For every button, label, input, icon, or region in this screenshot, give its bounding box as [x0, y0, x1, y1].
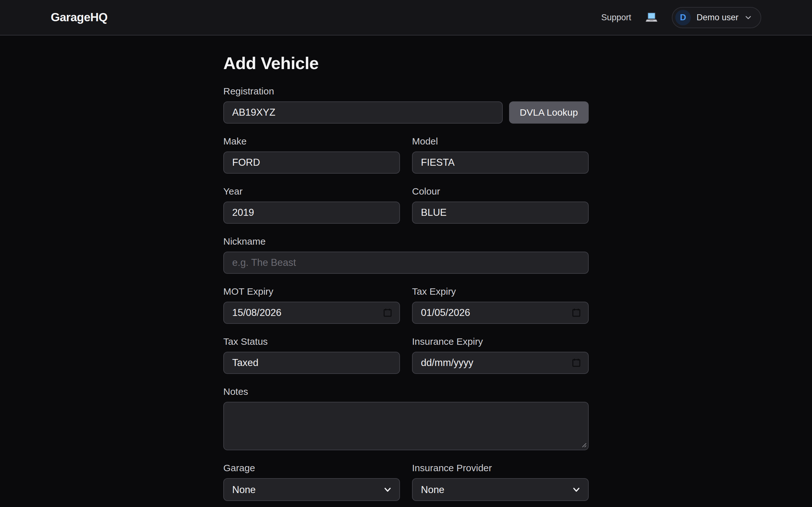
- avatar-letter: D: [680, 13, 687, 22]
- make-input[interactable]: [223, 152, 400, 174]
- colour-field: Colour: [412, 186, 589, 224]
- registration-label: Registration: [223, 86, 589, 97]
- mot-expiry-field: MOT Expiry: [223, 286, 400, 324]
- chevron-down-icon: [744, 13, 752, 21]
- mot-expiry-label: MOT Expiry: [223, 286, 400, 297]
- model-label: Model: [412, 135, 589, 147]
- insurance-expiry-label: Insurance Expiry: [412, 336, 589, 347]
- year-label: Year: [223, 186, 400, 197]
- make-label: Make: [223, 135, 400, 147]
- notes-label: Notes: [223, 386, 589, 397]
- year-field: Year: [223, 186, 400, 224]
- insurance-provider-field: Insurance Provider None: [412, 462, 589, 501]
- nickname-field: Nickname: [223, 236, 589, 274]
- tax-expiry-label: Tax Expiry: [412, 286, 589, 297]
- insurance-expiry-field: Insurance Expiry: [412, 336, 589, 374]
- tax-status-input[interactable]: [223, 352, 400, 374]
- model-field: Model: [412, 135, 589, 174]
- page-title: Add Vehicle: [223, 53, 589, 73]
- tax-expiry-field: Tax Expiry: [412, 286, 589, 324]
- mot-expiry-input[interactable]: [223, 302, 400, 324]
- tax-status-field: Tax Status: [223, 336, 400, 374]
- make-field: Make: [223, 135, 400, 174]
- top-nav: GarageHQ Support D Demo user: [0, 0, 812, 36]
- user-name: Demo user: [697, 13, 739, 22]
- app-logo[interactable]: GarageHQ: [51, 11, 107, 24]
- garage-label: Garage: [223, 462, 400, 474]
- colour-input[interactable]: [412, 202, 589, 224]
- notes-textarea[interactable]: [223, 402, 589, 450]
- garage-field: Garage None: [223, 462, 400, 501]
- insurance-provider-label: Insurance Provider: [412, 462, 589, 474]
- tax-expiry-input[interactable]: [412, 302, 589, 324]
- laptop-icon-glyph: [645, 11, 658, 23]
- registration-input[interactable]: [223, 101, 503, 124]
- nickname-input[interactable]: [223, 251, 589, 274]
- add-vehicle-page: Add Vehicle Registration DVLA Lookup Mak…: [223, 36, 589, 501]
- laptop-icon[interactable]: [645, 11, 658, 23]
- colour-label: Colour: [412, 186, 589, 197]
- dvla-lookup-button[interactable]: DVLA Lookup: [509, 101, 589, 124]
- tax-status-label: Tax Status: [223, 336, 400, 347]
- insurance-provider-select[interactable]: None: [412, 478, 589, 501]
- model-input[interactable]: [412, 152, 589, 174]
- notes-field: Notes: [223, 386, 589, 450]
- add-vehicle-form: Registration DVLA Lookup Make Model Year: [223, 86, 589, 501]
- year-input[interactable]: [223, 202, 400, 224]
- registration-field: Registration DVLA Lookup: [223, 86, 589, 124]
- garage-select[interactable]: None: [223, 478, 400, 501]
- avatar: D: [675, 10, 691, 25]
- nickname-label: Nickname: [223, 236, 589, 247]
- user-menu[interactable]: D Demo user: [672, 7, 761, 28]
- support-link[interactable]: Support: [601, 13, 631, 22]
- nav-right: Support D Demo user: [601, 7, 761, 28]
- insurance-expiry-input[interactable]: [412, 352, 589, 374]
